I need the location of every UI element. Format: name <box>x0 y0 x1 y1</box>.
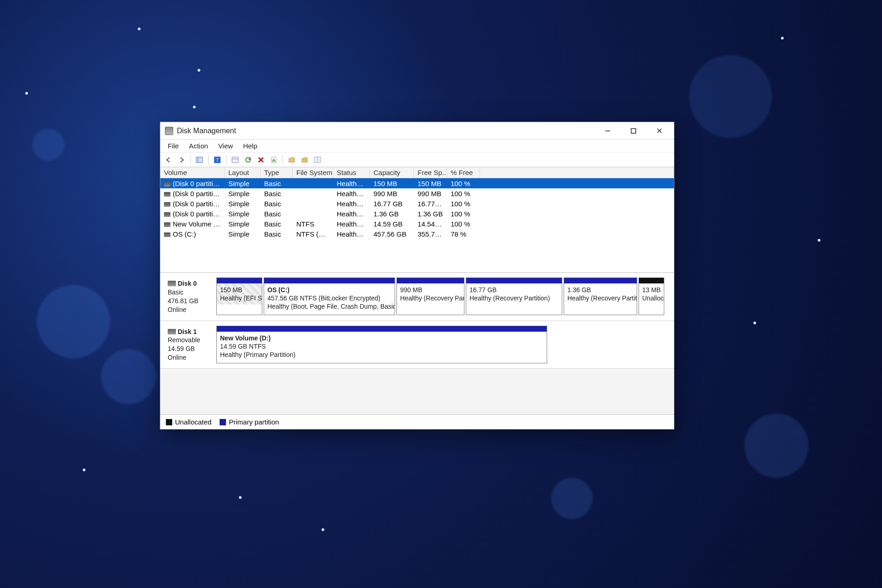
misc-button-2[interactable] <box>312 154 323 165</box>
col-filesystem[interactable]: File System <box>293 167 333 178</box>
rescan-icon <box>244 156 252 164</box>
cell: Healthy (R... <box>333 200 370 208</box>
partition-bar <box>217 326 547 332</box>
cell: 100 % <box>447 180 480 187</box>
partition[interactable]: 16.77 GBHealthy (Recovery Partition) <box>466 277 562 315</box>
table-row[interactable]: (Disk 0 partition 1)SimpleBasicHealthy (… <box>160 178 674 188</box>
panel-icon <box>314 157 321 163</box>
partition-body: 150 MBHealthy (EFI Syst <box>217 283 262 305</box>
refresh-icon <box>232 157 239 163</box>
table-row[interactable]: (Disk 0 partition 4)SimpleBasicHealthy (… <box>160 188 674 198</box>
back-button[interactable] <box>163 154 174 165</box>
col-layout[interactable]: Layout <box>225 167 260 178</box>
partition[interactable]: 13 MBUnalloc <box>639 277 664 315</box>
swatch-black-icon <box>166 419 172 425</box>
col-rest[interactable] <box>480 167 674 178</box>
cell: Basic <box>260 220 293 228</box>
menu-action[interactable]: Action <box>184 141 213 151</box>
cell: OS (C:) <box>160 230 225 238</box>
cell: 100 % <box>447 190 480 198</box>
cell: Healthy (P... <box>333 220 370 228</box>
disk-icon <box>168 329 176 334</box>
cell: (Disk 0 partition 4) <box>160 190 225 198</box>
maximize-icon <box>631 128 636 134</box>
cell: 100 % <box>447 200 480 208</box>
disk-icon <box>168 281 176 286</box>
partition[interactable]: New Volume (D:)14.59 GB NTFSHealthy (Pri… <box>216 326 547 363</box>
partition-bar <box>217 278 262 283</box>
col-type[interactable]: Type <box>260 167 293 178</box>
close-icon <box>656 128 662 134</box>
settings-button[interactable] <box>286 154 297 165</box>
show-hide-tree-button[interactable] <box>194 154 205 165</box>
help-button[interactable]: ? <box>212 154 223 165</box>
cell: 16.77 GB <box>370 200 414 208</box>
forward-button[interactable] <box>176 154 187 165</box>
cell: (Disk 0 partition 5) <box>160 200 225 208</box>
partition-bar <box>466 278 562 283</box>
rescan-button[interactable] <box>243 154 254 165</box>
col-status[interactable]: Status <box>333 167 370 178</box>
close-button[interactable] <box>646 122 672 140</box>
disk-management-window: Disk Management File Action View Help ? <box>160 122 674 430</box>
cell: NTFS <box>293 220 333 228</box>
partition-bar <box>264 278 395 283</box>
disk-row: Disk 1Removable14.59 GBOnlineNew Volume … <box>160 321 674 369</box>
delete-button[interactable] <box>255 154 266 165</box>
col-capacity[interactable]: Capacity <box>370 167 414 178</box>
cell: Basic <box>260 200 293 208</box>
cell: 100 % <box>447 220 480 228</box>
titlebar[interactable]: Disk Management <box>160 122 674 140</box>
minimize-button[interactable] <box>595 122 621 140</box>
volume-list: Volume Layout Type File System Status Ca… <box>160 167 674 273</box>
menu-view[interactable]: View <box>214 141 237 151</box>
misc-button-1[interactable] <box>299 154 310 165</box>
cell: Basic <box>260 190 293 198</box>
cell: Simple <box>225 190 260 198</box>
properties-button[interactable] <box>268 154 279 165</box>
disk-info: Disk 0Basic476.81 GBOnline <box>165 277 216 316</box>
partition-body: 1.36 GBHealthy (Recovery Partiti <box>564 283 637 305</box>
disk-row: Disk 0Basic476.81 GBOnline150 MBHealthy … <box>160 273 674 321</box>
maximize-button[interactable] <box>621 122 646 140</box>
drive-icon <box>164 232 170 237</box>
cell: 150 MB <box>370 180 414 187</box>
cell: 990 MB <box>370 190 414 198</box>
refresh-button[interactable] <box>230 154 241 165</box>
cell: New Volume (D:) <box>160 220 225 228</box>
cell: 14.54 GB <box>414 220 447 228</box>
list-body: (Disk 0 partition 1)SimpleBasicHealthy (… <box>160 178 674 239</box>
partition[interactable]: OS (C:)457.56 GB NTFS (BitLocker Encrypt… <box>264 277 395 315</box>
table-row[interactable]: (Disk 0 partition 5)SimpleBasicHealthy (… <box>160 198 674 209</box>
table-row[interactable]: OS (C:)SimpleBasicNTFS (BitLo...Healthy … <box>160 229 674 239</box>
menu-help[interactable]: Help <box>238 141 262 151</box>
cell: Simple <box>225 210 260 218</box>
col-volume[interactable]: Volume <box>160 167 225 178</box>
cell: Simple <box>225 230 260 238</box>
table-row[interactable]: New Volume (D:)SimpleBasicNTFSHealthy (P… <box>160 219 674 229</box>
partition[interactable]: 150 MBHealthy (EFI Syst <box>216 277 262 315</box>
drive-icon <box>164 212 170 217</box>
delete-icon <box>258 157 264 163</box>
menu-file[interactable]: File <box>163 141 183 151</box>
partition-bar <box>397 278 464 283</box>
cell: Basic <box>260 230 293 238</box>
table-row[interactable]: (Disk 0 partition 6)SimpleBasicHealthy (… <box>160 209 674 219</box>
partition[interactable]: 1.36 GBHealthy (Recovery Partiti <box>564 277 637 315</box>
cell: Simple <box>225 220 260 228</box>
partition-body: 13 MBUnalloc <box>639 283 664 305</box>
legend: Unallocated Primary partition <box>160 414 674 429</box>
arrow-right-icon <box>178 157 185 163</box>
col-free[interactable]: Free Sp... <box>414 167 447 178</box>
help-icon: ? <box>214 156 221 164</box>
partition-body: 16.77 GBHealthy (Recovery Partition) <box>466 283 562 305</box>
cell: 150 MB <box>414 180 447 187</box>
svg-rect-1 <box>631 129 636 133</box>
cell: Simple <box>225 180 260 187</box>
cell: 16.77 GB <box>414 200 447 208</box>
arrow-left-icon <box>165 157 172 163</box>
col-pctfree[interactable]: % Free <box>447 167 480 178</box>
partition[interactable]: 990 MBHealthy (Recovery Partit <box>396 277 464 315</box>
cell: 355.74 GB <box>414 230 447 238</box>
drive-icon <box>164 202 170 207</box>
